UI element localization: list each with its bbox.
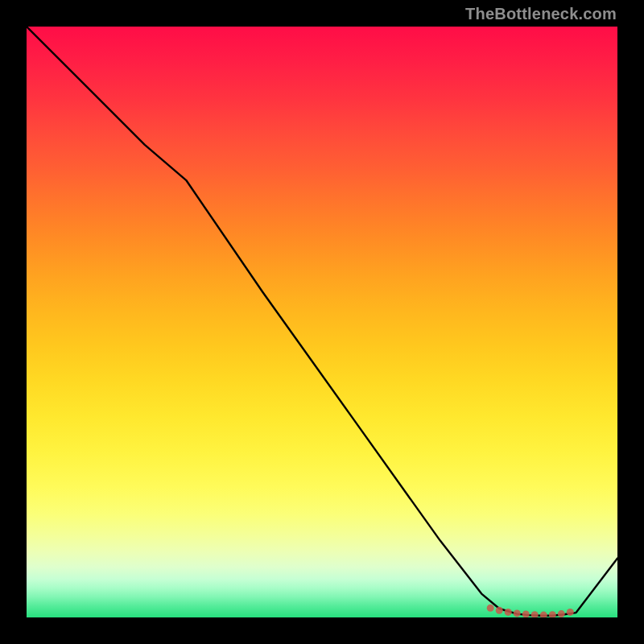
plot-area [27,27,617,617]
chart-svg [27,27,617,617]
watermark-text: TheBottleneck.com [465,5,617,23]
valley-marker [558,610,565,617]
valley-marker [505,609,512,616]
valley-marker [549,611,556,617]
valley-marker [531,611,539,617]
valley-marker [487,605,494,612]
valley-marker [496,607,503,614]
valley-marker [540,612,547,617]
chart-line [27,27,617,616]
chart-frame: TheBottleneck.com [0,0,644,644]
valley-marker [514,609,521,617]
valley-marker [522,611,530,618]
valley-marker [567,609,574,616]
